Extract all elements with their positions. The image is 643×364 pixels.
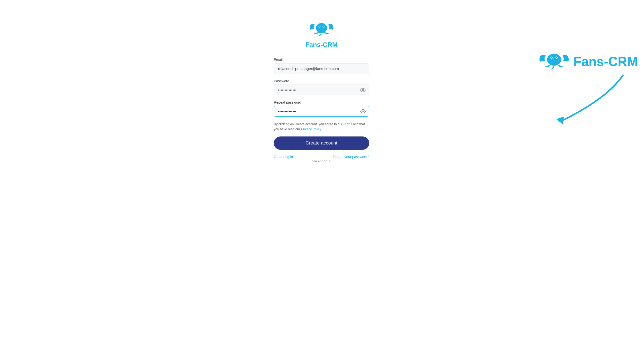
svg-marker-12 — [556, 117, 564, 124]
email-input[interactable] — [274, 63, 369, 74]
svg-point-7 — [547, 54, 561, 66]
svg-point-5 — [362, 89, 364, 91]
repeat-password-toggle-button[interactable] — [360, 109, 366, 114]
logo-icon — [308, 20, 335, 39]
svg-point-9 — [555, 57, 558, 59]
email-input-wrapper — [274, 63, 369, 74]
repeat-password-field-group: Repeat password — [274, 100, 369, 117]
go-to-login-link[interactable]: Go to Log in — [274, 155, 293, 159]
arrow-annotation — [517, 70, 643, 135]
password-label: Password — [274, 79, 369, 83]
form-fields: Email Password Repeat password — [274, 58, 369, 163]
repeat-password-label: Repeat password — [274, 100, 369, 104]
svg-point-8 — [550, 57, 553, 59]
password-input[interactable] — [274, 85, 369, 95]
logo-section: Fans-CRM — [305, 20, 338, 49]
svg-point-3 — [319, 26, 320, 27]
terms-prefix: By clicking on Create account, you agree… — [274, 122, 343, 126]
annotation-logo-text: Fans-CRM — [573, 54, 638, 69]
terms-text: By clicking on Create account, you agree… — [274, 122, 369, 131]
terms-link[interactable]: Terms — [343, 122, 352, 126]
password-toggle-button[interactable] — [360, 87, 366, 93]
version-text: Version 11.4 — [312, 159, 331, 163]
email-label: Email — [274, 58, 369, 62]
annotation-logo: Fans-CRM — [538, 50, 638, 73]
email-field-group: Email — [274, 58, 369, 74]
create-account-button[interactable]: Create account — [274, 136, 369, 150]
app-name: Fans-CRM — [305, 41, 338, 49]
eye-icon-repeat — [360, 109, 366, 114]
terms-suffix: . — [321, 127, 322, 131]
svg-point-11 — [556, 57, 557, 58]
svg-point-6 — [362, 111, 364, 112]
svg-point-0 — [316, 23, 327, 33]
repeat-password-input[interactable] — [274, 106, 369, 117]
annotation-logo-icon — [538, 50, 570, 73]
eye-icon — [360, 87, 366, 93]
svg-point-4 — [323, 26, 324, 27]
forgot-password-link[interactable]: Forgot your password? — [333, 155, 369, 159]
registration-form: Fans-CRM Email Password — [274, 20, 369, 163]
svg-point-10 — [551, 57, 552, 58]
privacy-link[interactable]: Privacy Policy — [301, 127, 321, 131]
password-input-wrapper — [274, 85, 369, 95]
repeat-password-input-wrapper — [274, 106, 369, 117]
bottom-links: Go to Log in Forgot your password? — [274, 155, 369, 159]
password-field-group: Password — [274, 79, 369, 95]
